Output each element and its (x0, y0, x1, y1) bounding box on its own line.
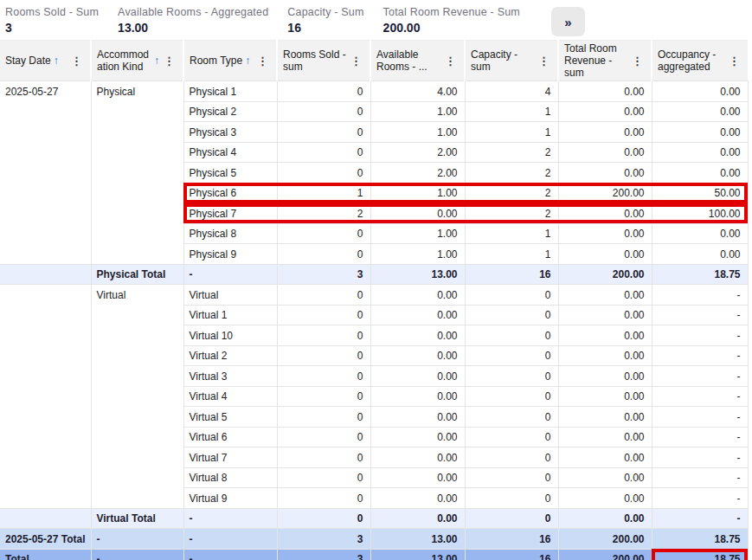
cell-label[interactable] (91, 407, 183, 428)
cell-label[interactable] (91, 203, 183, 224)
cell-label[interactable]: Virtual (183, 285, 277, 306)
cell-label[interactable] (91, 386, 183, 407)
cell-value[interactable]: - (652, 447, 748, 468)
cell-value[interactable]: 0.00 (370, 325, 465, 346)
cell-value[interactable]: 0.00 (558, 407, 652, 428)
cell-value[interactable]: 0 (465, 366, 558, 387)
cell-value[interactable]: 0 (277, 386, 370, 407)
cell-label[interactable] (0, 345, 91, 366)
cell-label[interactable]: Virtual Total (91, 508, 183, 529)
cell-value[interactable]: 0.00 (370, 366, 465, 387)
cell-label[interactable] (91, 122, 183, 143)
cell-label[interactable]: Virtual 6 (183, 427, 277, 447)
cell-value[interactable]: 50.00 (652, 183, 748, 203)
cell-label[interactable]: Total (0, 549, 91, 560)
cell-label[interactable] (91, 183, 183, 203)
cell-value[interactable]: 1 (465, 101, 558, 122)
cell-label[interactable] (91, 345, 183, 366)
cell-value[interactable]: 0 (465, 508, 558, 529)
column-header-rooms-sold-sum[interactable]: Rooms Sold - sum⋮ (277, 41, 370, 81)
cell-label[interactable] (0, 407, 91, 428)
cell-value[interactable]: 0 (465, 447, 558, 468)
cell-value[interactable]: 0.00 (370, 447, 465, 468)
cell-label[interactable]: Virtual 10 (183, 325, 277, 346)
cell-value[interactable]: 0 (465, 305, 558, 325)
column-header-total-room-revenue-sum[interactable]: Total Room Revenue - sum⋮ (558, 41, 652, 81)
cell-value[interactable]: 0.00 (558, 122, 652, 143)
cell-label[interactable] (91, 366, 183, 387)
cell-value[interactable]: 0.00 (652, 122, 748, 143)
cell-value[interactable]: 200.00 (558, 183, 652, 203)
cell-value[interactable]: - (652, 407, 748, 428)
cell-label[interactable]: Physical 3 (183, 122, 277, 143)
cell-label[interactable]: - (183, 508, 277, 529)
cell-label[interactable] (0, 264, 91, 285)
cell-value[interactable]: 0 (277, 244, 370, 265)
cell-value[interactable]: 0 (277, 305, 370, 325)
cell-value[interactable]: - (652, 325, 748, 346)
cell-value[interactable]: 1.00 (370, 101, 465, 122)
cell-label[interactable]: - (183, 529, 277, 550)
cell-label[interactable]: Virtual 8 (183, 467, 277, 488)
cell-label[interactable]: Physical 5 (183, 163, 277, 183)
sort-ascending-icon[interactable]: ↑ (54, 55, 59, 67)
cell-label[interactable]: 2025-05-27 Total (0, 529, 91, 550)
cell-value[interactable]: 1 (277, 183, 370, 203)
cell-value[interactable]: 0.00 (558, 488, 652, 509)
cell-value[interactable]: 0.00 (558, 366, 652, 387)
cell-label[interactable]: - (91, 529, 183, 550)
cell-value[interactable]: 0 (277, 345, 370, 366)
cell-label[interactable] (91, 244, 183, 265)
cell-value[interactable]: 0.00 (370, 305, 465, 325)
cell-label[interactable] (91, 223, 183, 244)
cell-value[interactable]: 0 (465, 427, 558, 447)
cell-value[interactable]: 0.00 (558, 101, 652, 122)
cell-value[interactable]: 0.00 (558, 467, 652, 488)
cell-label[interactable] (0, 447, 91, 468)
cell-value[interactable]: 2 (465, 203, 558, 224)
cell-value[interactable]: 0 (277, 488, 370, 509)
column-header-room-type[interactable]: Room Type↑⋮ (183, 41, 277, 81)
cell-value[interactable]: 0 (277, 81, 370, 102)
cell-label[interactable]: Virtual 1 (183, 305, 277, 325)
cell-value[interactable]: 0.00 (558, 508, 652, 529)
column-menu-icon[interactable]: ⋮ (727, 55, 746, 67)
cell-value[interactable]: 0.00 (558, 203, 652, 224)
cell-value[interactable]: 0.00 (558, 163, 652, 183)
cell-label[interactable]: Physical 2 (183, 101, 277, 122)
cell-label[interactable] (91, 325, 183, 346)
column-header-stay-date[interactable]: Stay Date↑⋮ (0, 41, 91, 81)
cell-label[interactable] (0, 467, 91, 488)
cell-label[interactable] (0, 203, 91, 224)
cell-value[interactable]: 0.00 (370, 386, 465, 407)
cell-value[interactable]: - (652, 508, 748, 529)
cell-value[interactable]: 2 (277, 203, 370, 224)
cell-label[interactable] (0, 101, 91, 122)
cell-label[interactable] (91, 142, 183, 163)
cell-value[interactable]: 0 (277, 467, 370, 488)
expand-button[interactable]: » (551, 7, 585, 36)
cell-value[interactable]: 3 (277, 549, 370, 560)
cell-value[interactable]: 0.00 (370, 345, 465, 366)
cell-label[interactable] (91, 467, 183, 488)
cell-value[interactable]: 3 (277, 264, 370, 285)
cell-value[interactable]: 0 (277, 101, 370, 122)
cell-value[interactable]: 100.00 (652, 203, 748, 224)
cell-label[interactable]: Physical (91, 81, 183, 102)
cell-label[interactable] (0, 163, 91, 183)
cell-label[interactable] (91, 101, 183, 122)
sort-ascending-icon[interactable]: ↑ (245, 55, 250, 67)
cell-value[interactable]: 200.00 (558, 529, 652, 550)
cell-value[interactable]: 0.00 (558, 244, 652, 265)
cell-value[interactable]: 0.00 (370, 467, 465, 488)
cell-value[interactable]: 0.00 (558, 345, 652, 366)
cell-value[interactable]: 0 (277, 223, 370, 244)
cell-label[interactable]: Physical Total (91, 264, 183, 285)
cell-label[interactable] (91, 447, 183, 468)
cell-label[interactable] (0, 427, 91, 447)
cell-label[interactable] (0, 386, 91, 407)
cell-label[interactable]: Physical 7 (183, 203, 277, 224)
cell-value[interactable]: 0.00 (558, 81, 652, 102)
cell-label[interactable]: Virtual 4 (183, 386, 277, 407)
column-header-occupancy-aggregated[interactable]: Occupancy - aggregated⋮ (652, 41, 748, 81)
